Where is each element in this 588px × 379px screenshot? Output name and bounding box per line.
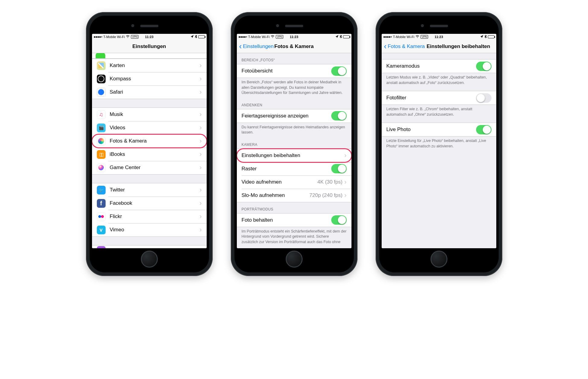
ic-vimeo-icon (97, 226, 106, 234)
row-kameramodus[interactable]: Kameramodus (382, 59, 496, 73)
phone-1: T-Mobile Wi-Fi VPN 11:23 (86, 12, 213, 276)
back-label: Fotos & Kamera (388, 43, 425, 50)
home-button[interactable] (141, 251, 158, 268)
section-header: KAMERA (237, 138, 351, 149)
chevron-right-icon (199, 213, 202, 220)
row-label: iBooks (110, 151, 200, 157)
row-twitter[interactable]: Twitter (92, 183, 207, 197)
nav-bar: ‹ Einstellungen Fotos & Kamera (237, 40, 351, 53)
vpn-badge: VPN (276, 35, 283, 39)
row-slomo[interactable]: Slo-Mo aufnehmen720p (240 fps) (237, 189, 351, 202)
location-icon (480, 35, 483, 39)
ic-music-icon (97, 110, 106, 119)
section-footer: Im Porträtmodus entsteht ein Schärfentie… (237, 227, 351, 247)
row-flickr[interactable]: Flickr (92, 210, 207, 223)
app-icon (97, 246, 106, 248)
row-safari[interactable]: Safari (92, 85, 207, 99)
vpn-badge: VPN (131, 35, 138, 39)
row-label: Twitter (110, 187, 200, 193)
chevron-right-icon (199, 164, 202, 171)
row-einstellungen-beibehalten[interactable]: Einstellungen beibehalten (237, 149, 351, 162)
row-label: Vimeo (110, 227, 200, 233)
ic-photos-icon (97, 137, 106, 146)
home-button[interactable] (286, 251, 303, 268)
time-label: 11:23 (145, 35, 153, 39)
row-label: Raster (242, 166, 331, 172)
row-label: Slo-Mo aufnehmen (242, 192, 310, 198)
vpn-badge: VPN (421, 35, 428, 39)
back-button[interactable]: ‹ Fotos & Kamera (384, 43, 425, 50)
row-video[interactable]: Video aufnehmen4K (30 fps) (237, 175, 351, 189)
toggle-switch[interactable] (331, 164, 347, 173)
battery-icon (488, 35, 494, 38)
section-header: ANDENKEN (237, 98, 351, 109)
toggle-switch[interactable] (331, 111, 347, 120)
signal-dots-icon (94, 36, 102, 38)
row-detail: 4K (30 fps) (317, 179, 342, 185)
battery-icon (343, 35, 350, 38)
signal-dots-icon (383, 36, 392, 38)
chevron-left-icon: ‹ (384, 44, 387, 49)
row-label: Live Photo (386, 127, 476, 133)
status-bar: T-Mobile Wi-Fi VPN 11:23 (237, 34, 351, 40)
chevron-right-icon (199, 151, 202, 158)
settings-list[interactable]: BEREICH „FOTOS“FotoübersichtIm Bereich „… (237, 53, 351, 248)
row-raster[interactable]: Raster (237, 162, 351, 175)
row-videos[interactable]: Videos (92, 121, 207, 134)
row-musik[interactable]: Musik (92, 108, 207, 121)
row-livephoto[interactable]: Live Photo (382, 123, 496, 136)
toggle-switch[interactable] (476, 62, 491, 71)
row-label: Fotoübersicht (242, 68, 331, 74)
chevron-right-icon (199, 226, 202, 233)
section-footer: Du kannst Feiertagsereignisse deines Hei… (237, 123, 351, 138)
carrier-label: T-Mobile Wi-Fi (103, 35, 125, 39)
row-fotos[interactable]: Fotos & Kamera (92, 134, 207, 148)
section-footer: Im Bereich „Fotos“ werden alle Fotos in … (237, 78, 351, 98)
row-kompass[interactable]: Kompass (92, 72, 207, 85)
toggle-switch[interactable] (476, 125, 491, 134)
row-fotofilter[interactable]: Fotofilter (382, 91, 496, 104)
section-header: BEREICH „FOTOS“ (237, 53, 351, 64)
chevron-right-icon (199, 62, 202, 69)
chevron-right-icon (199, 89, 202, 95)
section-footer: Letzten Filter wie z. B. „Chrom“ beibeha… (382, 105, 496, 120)
row-fotouebersicht[interactable]: Fotoübersicht (237, 64, 351, 78)
chevron-right-icon (199, 124, 202, 131)
time-label: 11:23 (434, 35, 443, 39)
back-button[interactable]: ‹ Einstellungen (239, 43, 274, 50)
row-ibooks[interactable]: iBooks (92, 148, 207, 161)
row-vimeo[interactable]: Vimeo (92, 223, 207, 236)
row-karten[interactable]: Karten (92, 59, 207, 72)
settings-list[interactable]: KameramodusLetzten Modus wie z. B. „Vide… (382, 53, 496, 248)
toggle-switch[interactable] (476, 93, 491, 103)
status-bar: T-Mobile Wi-Fi VPN 11:23 (382, 34, 496, 40)
row-label: Facebook (110, 200, 200, 206)
row-label: Karten (110, 63, 200, 69)
table-row[interactable] (92, 246, 207, 248)
ic-videos-icon (97, 124, 106, 132)
time-label: 11:23 (290, 35, 298, 39)
row-label: Fotofilter (386, 95, 476, 101)
nav-title: Einstellungen beibehalten (427, 43, 490, 50)
row-facebook[interactable]: Facebook (92, 197, 207, 210)
ic-compass-icon (97, 75, 106, 83)
back-label: Einstellungen (243, 43, 274, 50)
home-button[interactable] (431, 251, 447, 268)
ic-safari-icon (97, 88, 106, 97)
settings-list[interactable]: KartenKompassSafariMusikVideosFotos & Ka… (92, 53, 207, 248)
row-gamecenter[interactable]: Game Center (92, 161, 207, 174)
toggle-switch[interactable] (331, 66, 347, 76)
carrier-label: T-Mobile Wi-Fi (393, 35, 415, 39)
bluetooth-icon (195, 35, 197, 39)
toggle-switch[interactable] (331, 215, 347, 225)
row-label: Einstellungen beibehalten (242, 153, 345, 159)
nav-title: Fotos & Kamera (274, 43, 313, 50)
row-feiertagsereignisse[interactable]: Feiertagsereignisse anzeigen (237, 109, 351, 123)
battery-icon (198, 35, 205, 38)
row-label: Fotos & Kamera (110, 138, 200, 144)
row-foto-behalten[interactable]: Foto behalten (237, 214, 351, 227)
section-footer: Letzten Modus wie z. B. „Video“ oder „Qu… (382, 73, 496, 88)
status-bar: T-Mobile Wi-Fi VPN 11:23 (92, 34, 207, 40)
row-detail: 720p (240 fps) (310, 192, 343, 198)
wifi-icon (415, 35, 419, 39)
